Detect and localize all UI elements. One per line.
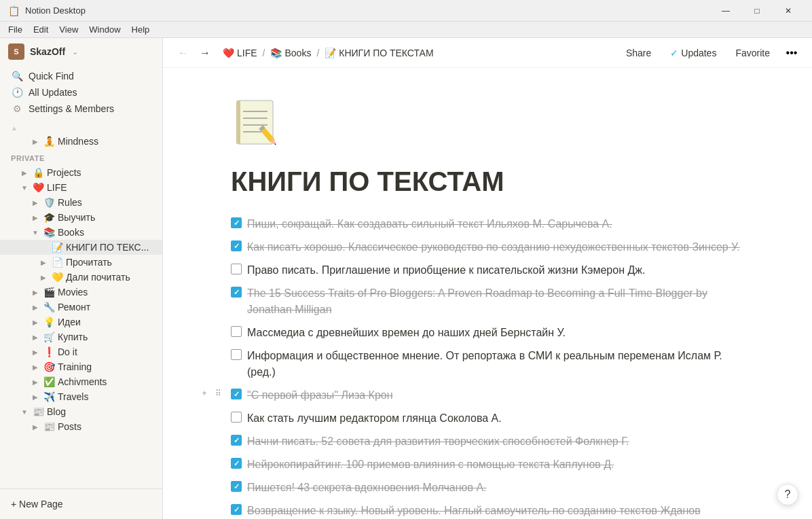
checkbox[interactable] — [231, 481, 242, 492]
sidebar-item-idei[interactable]: ▶ 💡 Идеи — [0, 315, 162, 329]
checklist-item: Право писать. Приглашение и приобщение к… — [231, 260, 744, 281]
sidebar-item-books[interactable]: ▼ 📚 Books — [0, 225, 162, 240]
new-page-button[interactable]: + New Page — [11, 495, 151, 514]
add-item-button[interactable]: + — [198, 387, 210, 399]
more-icon: ••• — [786, 47, 798, 59]
favorite-button[interactable]: Favorite — [728, 45, 777, 61]
sidebar-item-kupit[interactable]: ▶ 🛒 Купить — [0, 329, 162, 344]
maximize-button[interactable]: □ — [741, 0, 773, 22]
sidebar-user-header[interactable]: S SkazOff ⌄ — [0, 38, 162, 65]
forward-button[interactable]: → — [196, 43, 215, 62]
sidebar-item-doit[interactable]: ▶ ❗ Do it — [0, 344, 162, 359]
breadcrumb-life[interactable]: ❤️ LIFE — [220, 46, 260, 60]
menubar: File Edit View Window Help — [0, 22, 812, 38]
mindness-icon: 🧘 — [43, 136, 55, 147]
sidebar-item-label: Выучить — [58, 212, 151, 223]
page-icon: 📝 — [52, 242, 63, 253]
more-button[interactable]: ••• — [782, 43, 801, 62]
checkbox[interactable] — [231, 389, 242, 399]
sidebar-item-blog[interactable]: ▼ 📰 Blog — [0, 404, 162, 419]
checkbox[interactable] — [231, 264, 242, 274]
item-text: Нейрокопирайтинг. 100 приемов влияния с … — [247, 457, 614, 473]
checkbox[interactable] — [231, 412, 242, 423]
toggle-icon: ▶ — [30, 302, 41, 312]
back-button[interactable]: ← — [174, 43, 193, 62]
toggle-icon: ▶ — [38, 257, 49, 268]
drag-handle[interactable]: ⠿ — [212, 387, 224, 399]
breadcrumb-books[interactable]: 📚 Books — [267, 46, 314, 60]
page-emoji-icon — [231, 95, 744, 157]
checkbox[interactable] — [231, 458, 242, 469]
updates-button[interactable]: ✓ Updates — [663, 45, 723, 61]
sidebar-item-vyuchit[interactable]: ▶ 🎓 Выучить — [0, 210, 162, 225]
sidebar-item-dali[interactable]: ▶ 💛 Дали почитать — [0, 270, 162, 285]
item-text: Право писать. Приглашение и приобщение к… — [247, 262, 645, 279]
clock-icon: 🕐 — [11, 87, 23, 98]
sidebar-item-label: Achivments — [58, 376, 151, 387]
checkbox[interactable] — [231, 287, 242, 298]
checkbox[interactable] — [231, 326, 242, 337]
sidebar-item-travels[interactable]: ▶ ✈️ Travels — [0, 389, 162, 404]
menu-view[interactable]: View — [54, 23, 84, 36]
sidebar-item-training[interactable]: ▶ 🎯 Training — [0, 359, 162, 374]
bulb-icon: 💡 — [43, 317, 55, 327]
menu-help[interactable]: Help — [126, 23, 155, 36]
checklist-item: Нейрокопирайтинг. 100 приемов влияния с … — [231, 454, 744, 475]
app-title: Notion Desktop — [25, 5, 86, 16]
movie-icon: 🎬 — [43, 287, 55, 298]
share-label: Share — [626, 48, 651, 58]
breadcrumb-life-label: LIFE — [237, 48, 257, 58]
quick-find-button[interactable]: 🔍 Quick Find — [0, 68, 162, 84]
item-text: Пиши, сокращай. Как создавать сильный те… — [247, 216, 612, 232]
exclaim-icon: ❗ — [43, 346, 55, 357]
sidebar-item-rules[interactable]: ▶ 🛡️ Rules — [0, 195, 162, 210]
checkbox[interactable] — [231, 217, 242, 228]
doc-icon: 📄 — [52, 257, 63, 268]
all-updates-button[interactable]: 🕐 All Updates — [0, 84, 162, 101]
sidebar-item-mindness[interactable]: ▶ 🧘 Mindness — [0, 134, 162, 149]
share-button[interactable]: Share — [619, 45, 658, 61]
sidebar-item-knigi[interactable]: 📝 КНИГИ ПО ТЕКС... — [0, 240, 162, 255]
books-icon: 📚 — [43, 227, 55, 238]
sidebar-item-life[interactable]: ▼ ❤️ LIFE — [0, 180, 162, 195]
drag-handle[interactable]: ⠿ — [212, 216, 224, 228]
plane-icon: ✈️ — [43, 391, 55, 402]
sidebar-item-achivments[interactable]: ▶ ✅ Achivments — [0, 374, 162, 389]
checklist-item: Информация и общественное мнение. От реп… — [231, 346, 744, 382]
settings-label: Settings & Members — [29, 103, 114, 114]
checkbox[interactable] — [231, 349, 242, 360]
check-icon: ✓ — [670, 48, 678, 58]
breadcrumb-knigi[interactable]: 📝 КНИГИ ПО ТЕКСТАМ — [322, 46, 436, 60]
menu-file[interactable]: File — [3, 23, 28, 36]
menu-window[interactable]: Window — [84, 23, 126, 36]
settings-button[interactable]: ⚙ Settings & Members — [0, 101, 162, 117]
sidebar-item-projects[interactable]: ▶ 🔒 Projects — [0, 165, 162, 180]
help-button[interactable]: ? — [777, 484, 798, 505]
wrench-icon: 🔧 — [43, 302, 55, 312]
main-content: ← → ❤️ LIFE / 📚 Books / 📝 КНИГИ ПО ТЕКСТ… — [163, 38, 812, 519]
sidebar-item-remont[interactable]: ▶ 🔧 Ремонт — [0, 300, 162, 315]
toggle-icon: ▶ — [38, 272, 49, 283]
app-icon: 📋 — [8, 5, 20, 16]
sidebar-item-prochitat[interactable]: ▶ 📄 Прочитать — [0, 255, 162, 270]
chevron-down-icon: ⌄ — [72, 48, 78, 56]
sidebar-item-movies[interactable]: ▶ 🎬 Movies — [0, 285, 162, 300]
menu-edit[interactable]: Edit — [28, 23, 54, 36]
checkbox[interactable] — [231, 504, 242, 515]
private-section-label: PRIVATE — [0, 149, 162, 165]
sidebar-item-label: Mindness — [58, 136, 151, 147]
checkbox[interactable] — [231, 240, 242, 251]
heart-icon: ❤️ — [33, 182, 44, 193]
titlebar-controls: — □ ✕ — [710, 0, 804, 22]
quick-find-label: Quick Find — [29, 71, 74, 82]
close-button[interactable]: ✕ — [773, 0, 804, 22]
sidebar-item-label: Movies — [58, 287, 151, 298]
item-actions: + ⠿ — [198, 387, 224, 399]
checkbox[interactable] — [231, 435, 242, 446]
add-item-button[interactable]: + — [198, 216, 210, 228]
sidebar-item-posts[interactable]: ▶ 📰 Posts — [0, 419, 162, 434]
sidebar-scroll-indicator: ▲ — [0, 122, 162, 134]
heart-yellow-icon: 💛 — [52, 272, 63, 283]
minimize-button[interactable]: — — [710, 0, 741, 22]
toggle-icon: ▼ — [19, 406, 30, 417]
